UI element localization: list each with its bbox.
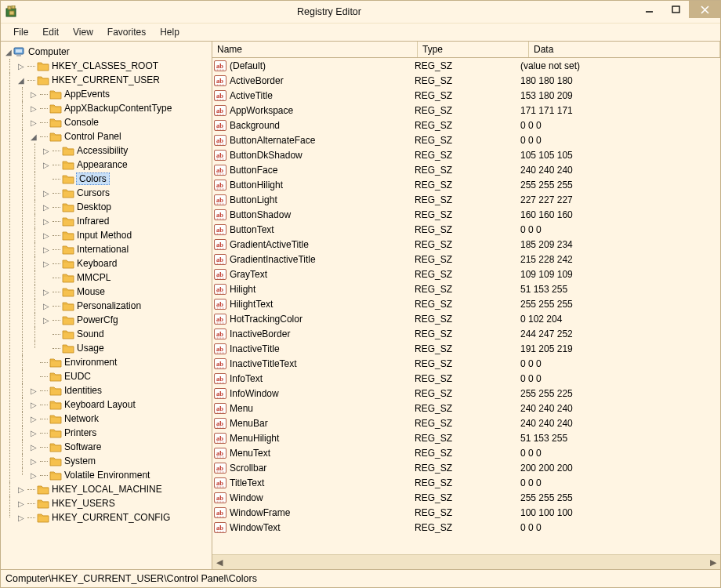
tree-node-label[interactable]: Mouse: [77, 286, 105, 297]
value-row[interactable]: GradientInactiveTitleREG_SZ215 228 242: [212, 252, 720, 267]
expand-icon[interactable]: ▷: [29, 428, 38, 437]
tree-node-label[interactable]: Desktop: [77, 201, 111, 212]
expand-icon[interactable]: ▷: [42, 160, 51, 169]
tree-node[interactable]: Usage: [42, 341, 212, 355]
value-row[interactable]: GradientActiveTitleREG_SZ185 209 234: [212, 237, 720, 252]
value-row[interactable]: ButtonLightREG_SZ227 227 227: [212, 192, 720, 207]
expand-icon[interactable]: ▷: [16, 499, 26, 508]
tree-node[interactable]: ▷Keyboard: [42, 256, 212, 270]
tree-node[interactable]: ◢Computer: [4, 45, 212, 59]
collapse-icon[interactable]: ◢: [4, 47, 13, 56]
column-header-data[interactable]: Data: [529, 42, 720, 57]
tree-node-label[interactable]: Control Panel: [64, 131, 121, 142]
close-button[interactable]: [689, 1, 720, 18]
tree-node-label[interactable]: HKEY_LOCAL_MACHINE: [52, 484, 162, 495]
tree-node-label[interactable]: Colors: [76, 172, 110, 185]
expand-icon[interactable]: ▷: [42, 301, 51, 310]
tree-node[interactable]: ▷International: [42, 242, 212, 256]
tree-node-label[interactable]: Appearance: [77, 159, 128, 170]
tree-node[interactable]: ▷Personalization: [42, 299, 212, 313]
expand-icon[interactable]: ▷: [29, 456, 38, 466]
value-row[interactable]: InactiveTitleTextREG_SZ0 0 0: [212, 356, 720, 371]
expand-icon[interactable]: ▷: [16, 61, 26, 71]
tree-node[interactable]: EUDC: [29, 369, 212, 383]
tree-node-label[interactable]: Keyboard Layout: [64, 399, 136, 410]
horizontal-scrollbar[interactable]: ◀ ▶: [212, 554, 720, 569]
expand-icon[interactable]: ▷: [42, 216, 51, 226]
tree-node-label[interactable]: EUDC: [64, 371, 91, 382]
value-row[interactable]: HotTrackingColorREG_SZ0 102 204: [212, 311, 720, 326]
tree-node-label[interactable]: System: [64, 456, 96, 466]
tree-node-label[interactable]: Keyboard: [77, 258, 117, 269]
value-row[interactable]: WindowTextREG_SZ0 0 0: [212, 520, 720, 535]
value-row[interactable]: ButtonAlternateFaceREG_SZ0 0 0: [212, 132, 720, 147]
tree-node-label[interactable]: Personalization: [77, 300, 141, 311]
tree-node[interactable]: ▷Printers: [29, 426, 212, 440]
scroll-left-icon[interactable]: ◀: [214, 557, 225, 568]
column-header-name[interactable]: Name: [212, 42, 418, 57]
tree-node-label[interactable]: AppXBackupContentType: [64, 103, 172, 114]
tree-node-label[interactable]: Infrared: [77, 216, 109, 227]
expand-icon[interactable]: ▷: [42, 259, 51, 268]
menu-help[interactable]: Help: [154, 25, 186, 39]
scroll-right-icon[interactable]: ▶: [708, 557, 719, 568]
tree-node-label[interactable]: HKEY_CURRENT_USER: [52, 74, 160, 85]
value-row[interactable]: InfoTextREG_SZ0 0 0: [212, 371, 720, 386]
tree-node[interactable]: ▷HKEY_LOCAL_MACHINE: [16, 482, 212, 496]
tree-node-label[interactable]: Software: [64, 441, 101, 452]
tree-node[interactable]: ▷AppXBackupContentType: [29, 101, 212, 115]
tree-node[interactable]: ▷HKEY_USERS: [16, 496, 212, 510]
expand-icon[interactable]: ▷: [42, 230, 51, 240]
tree-node-label[interactable]: HKEY_CLASSES_ROOT: [52, 60, 158, 71]
expand-icon[interactable]: ▷: [29, 400, 38, 409]
tree-node-label[interactable]: Environment: [64, 357, 117, 368]
tree-node[interactable]: Colors: [42, 172, 212, 186]
tree-node-label[interactable]: Network: [64, 413, 99, 424]
expand-icon[interactable]: ▷: [16, 513, 26, 522]
expand-icon[interactable]: ▷: [42, 287, 51, 296]
tree-node[interactable]: Sound: [42, 327, 212, 341]
menu-view[interactable]: View: [67, 25, 100, 39]
value-row[interactable]: MenuTextREG_SZ0 0 0: [212, 445, 720, 460]
tree-node[interactable]: ▷AppEvents: [29, 87, 212, 101]
expand-icon[interactable]: ▷: [29, 470, 38, 480]
value-row[interactable]: InactiveBorderREG_SZ244 247 252: [212, 326, 720, 341]
tree-node-label[interactable]: Printers: [64, 427, 96, 438]
menu-edit[interactable]: Edit: [36, 25, 65, 39]
value-row[interactable]: GrayTextREG_SZ109 109 109: [212, 267, 720, 281]
tree-node-label[interactable]: Console: [64, 117, 99, 128]
value-row[interactable]: WindowFrameREG_SZ100 100 100: [212, 505, 720, 520]
menu-favorites[interactable]: Favorites: [101, 25, 152, 39]
tree-node[interactable]: ▷Volatile Environment: [29, 468, 212, 482]
value-row[interactable]: HilightTextREG_SZ255 255 255: [212, 296, 720, 311]
expand-icon[interactable]: ▷: [29, 442, 38, 452]
tree-node[interactable]: ▷Accessibility: [42, 143, 212, 158]
expand-icon[interactable]: ▷: [29, 103, 38, 113]
expand-icon[interactable]: ▷: [29, 386, 38, 395]
tree-node[interactable]: ▷Input Method: [42, 228, 212, 242]
maximize-button[interactable]: [662, 1, 689, 18]
value-row[interactable]: (Default)REG_SZ(value not set): [212, 58, 720, 73]
menu-file[interactable]: File: [7, 25, 34, 39]
value-row[interactable]: MenuREG_SZ240 240 240: [212, 401, 720, 416]
tree-node[interactable]: ▷HKEY_CURRENT_CONFIG: [16, 510, 212, 524]
value-row[interactable]: ButtonTextREG_SZ0 0 0: [212, 222, 720, 237]
value-row[interactable]: ButtonShadowREG_SZ160 160 160: [212, 207, 720, 222]
value-row[interactable]: AppWorkspaceREG_SZ171 171 171: [212, 103, 720, 118]
minimize-button[interactable]: [636, 1, 662, 18]
expand-icon[interactable]: ▷: [29, 89, 38, 99]
tree-node[interactable]: ▷Software: [29, 440, 212, 454]
tree-node[interactable]: ▷Network: [29, 412, 212, 426]
tree-node-label[interactable]: AppEvents: [64, 89, 110, 100]
tree-node[interactable]: Environment: [29, 355, 212, 369]
tree-node-label[interactable]: Usage: [77, 343, 104, 354]
expand-icon[interactable]: ▷: [16, 485, 26, 494]
tree-node[interactable]: ▷PowerCfg: [42, 313, 212, 327]
tree-node-label[interactable]: HKEY_CURRENT_CONFIG: [52, 512, 170, 523]
tree-node-label[interactable]: Computer: [28, 46, 70, 57]
column-header-type[interactable]: Type: [418, 42, 529, 57]
tree-pane[interactable]: ◢Computer▷HKEY_CLASSES_ROOT◢HKEY_CURRENT…: [1, 42, 212, 569]
tree-node[interactable]: ▷System: [29, 454, 212, 468]
value-row[interactable]: MenuBarREG_SZ240 240 240: [212, 416, 720, 430]
expand-icon[interactable]: ▷: [42, 315, 51, 325]
